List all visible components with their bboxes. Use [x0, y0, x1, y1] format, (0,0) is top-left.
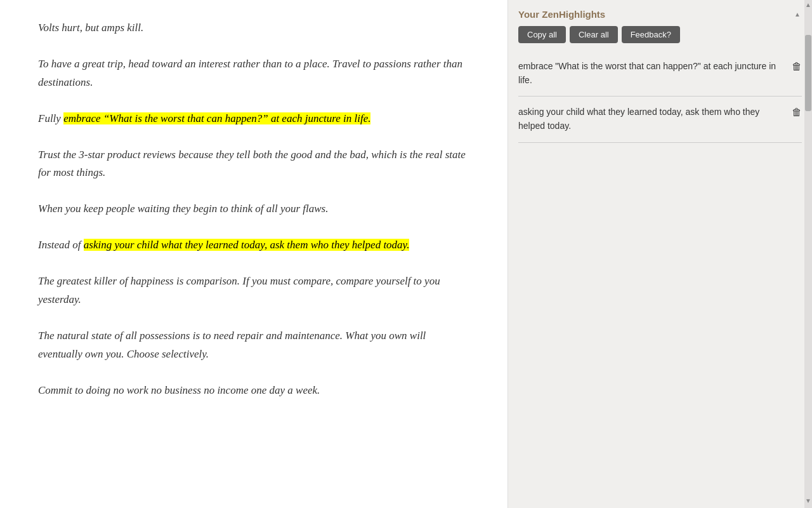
highlight-item-1: embrace "What is the worst that can happ… — [518, 51, 802, 97]
highlights-list: embrace "What is the worst that can happ… — [508, 51, 812, 508]
paragraph-p7: The greatest killer of happiness is comp… — [38, 272, 469, 309]
scrollbar-up-icon[interactable]: ▲ — [804, 0, 812, 10]
feedback-button[interactable]: Feedback? — [622, 26, 680, 43]
sidebar-action-buttons: Copy all Clear all Feedback? — [508, 26, 812, 51]
paragraph-p3: Fully embrace “What is the worst that ca… — [38, 110, 469, 128]
paragraph-p6: Instead of asking your child what they l… — [38, 236, 469, 255]
paragraph-p8: The natural state of all possessions is … — [38, 327, 469, 364]
paragraph-p1: Volts hurt, but amps kill. — [38, 19, 469, 37]
paragraph-p4: Trust the 3-star product reviews because… — [38, 146, 469, 183]
sidebar-title: Your ZenHighlights — [518, 9, 788, 20]
zen-highlights-sidebar: Your ZenHighlights ▲ Copy all Clear all … — [508, 0, 812, 508]
sidebar-scrollbar: ▲ ▼ — [804, 0, 812, 508]
paragraph-p9: Commit to doing no work no business no i… — [38, 382, 469, 400]
highlight-text: embrace "What is the worst that can happ… — [518, 60, 787, 87]
sidebar-header: Your ZenHighlights ▲ — [508, 0, 812, 26]
delete-highlight-icon[interactable]: 🗑 — [792, 61, 802, 72]
highlighted-text: asking your child what they learned toda… — [84, 239, 410, 251]
paragraph-p2: To have a great trip, head toward an int… — [38, 55, 469, 92]
highlighted-text: embrace “What is the worst that can happ… — [63, 112, 370, 124]
highlight-item-2: asking your child what they learned toda… — [518, 97, 802, 142]
delete-highlight-icon[interactable]: 🗑 — [792, 107, 802, 118]
clear-all-button[interactable]: Clear all — [570, 26, 618, 43]
scroll-up-arrow[interactable]: ▲ — [793, 10, 802, 19]
scrollbar-down-icon[interactable]: ▼ — [804, 496, 812, 505]
reading-pane: Volts hurt, but amps kill.To have a grea… — [0, 0, 508, 508]
paragraph-p5: When you keep people waiting they begin … — [38, 200, 469, 218]
copy-all-button[interactable]: Copy all — [518, 26, 566, 43]
highlight-text: asking your child what they learned toda… — [518, 105, 787, 133]
scrollbar-thumb[interactable] — [805, 35, 811, 111]
